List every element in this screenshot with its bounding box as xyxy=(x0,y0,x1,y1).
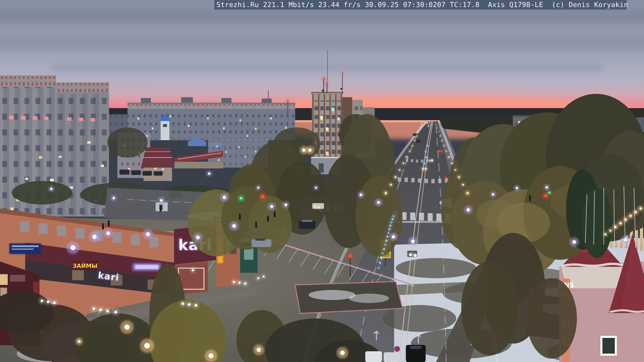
lamp xyxy=(516,187,518,189)
lit-window xyxy=(255,128,256,130)
lamp xyxy=(630,215,632,217)
lamp xyxy=(244,282,246,285)
lamp xyxy=(614,226,617,228)
zaimy-sign: ЗАЙМЫ xyxy=(72,261,98,270)
lit-window xyxy=(207,117,209,119)
lamp xyxy=(399,169,400,171)
lamp xyxy=(412,145,413,146)
lamp xyxy=(326,83,327,84)
lit-window xyxy=(320,116,323,120)
lamp xyxy=(389,229,390,230)
webcam-frame: ↑ ↑ ↰ ↱ xyxy=(0,0,644,362)
lamp xyxy=(439,150,440,152)
lamp xyxy=(411,240,415,243)
lamp xyxy=(425,168,427,170)
lamp xyxy=(360,193,362,196)
lamp xyxy=(624,218,627,221)
lamp xyxy=(422,121,423,122)
lamp xyxy=(451,163,453,164)
lit-shopwindow xyxy=(0,274,8,285)
lamp xyxy=(428,125,429,126)
lamp xyxy=(287,100,288,101)
lamp xyxy=(340,351,345,355)
lamp xyxy=(50,188,52,190)
lit-window xyxy=(170,115,171,117)
lit-window xyxy=(33,116,38,120)
flowerbed-left xyxy=(295,282,402,313)
lamp xyxy=(418,131,419,132)
lamp xyxy=(424,163,426,164)
lit-window xyxy=(21,116,26,120)
lamp xyxy=(377,201,380,204)
lamp xyxy=(146,232,150,236)
webcam-photo: ↑ ↑ ↰ ↱ xyxy=(0,0,644,362)
lamp xyxy=(393,216,394,217)
lit-window xyxy=(270,117,272,119)
lit-window xyxy=(245,156,246,158)
lamp xyxy=(196,236,200,239)
lamp xyxy=(435,121,436,122)
lamp xyxy=(240,197,242,200)
lamp xyxy=(302,148,306,152)
lamp xyxy=(436,124,436,125)
lamp xyxy=(462,184,464,186)
lamp xyxy=(182,302,184,305)
lit-window xyxy=(326,151,329,155)
lamp xyxy=(548,192,550,194)
lamp xyxy=(114,311,117,314)
lamp xyxy=(544,194,547,197)
lit-window xyxy=(218,159,220,161)
lamp xyxy=(40,300,43,302)
lamp xyxy=(444,145,444,146)
lamp xyxy=(112,197,115,199)
lamp xyxy=(208,172,210,175)
lamp xyxy=(194,304,197,307)
lamp xyxy=(238,282,241,284)
lamp xyxy=(390,225,391,226)
lamp xyxy=(392,235,395,239)
lamp xyxy=(604,233,606,235)
lit-window xyxy=(338,117,340,120)
lamp xyxy=(455,169,456,171)
lamp xyxy=(263,276,265,278)
lamp xyxy=(144,343,150,349)
lamp xyxy=(610,230,612,232)
pedestrian xyxy=(274,211,276,218)
lamp xyxy=(384,244,386,245)
lit-window xyxy=(67,117,72,121)
lit-window xyxy=(332,108,334,111)
lamp xyxy=(160,199,163,202)
lamp xyxy=(349,255,352,257)
lamp xyxy=(106,231,110,235)
lamp xyxy=(409,151,410,152)
lamp xyxy=(192,269,194,271)
lit-window xyxy=(285,127,287,129)
lit-window xyxy=(79,118,83,121)
lamp xyxy=(414,140,415,141)
lamp xyxy=(441,150,442,152)
lit-window xyxy=(90,118,95,121)
lamp xyxy=(458,176,460,178)
lamp xyxy=(386,240,387,241)
lamp xyxy=(384,248,385,250)
lit-window xyxy=(326,127,328,131)
lamp xyxy=(257,187,259,189)
lit-window xyxy=(10,207,14,210)
lamp xyxy=(394,176,396,178)
lamp xyxy=(387,236,388,237)
lamp xyxy=(406,156,407,158)
lit-window xyxy=(87,141,90,144)
lamp xyxy=(47,301,50,303)
lane-arrow: ↑ xyxy=(371,328,382,343)
lit-window xyxy=(44,117,48,120)
lamp xyxy=(438,131,439,132)
lit-window xyxy=(246,135,248,137)
svg-text:ЗАЙМЫ: ЗАЙМЫ xyxy=(72,263,98,269)
lamp xyxy=(323,78,325,80)
lamp xyxy=(208,353,214,358)
lamp xyxy=(270,205,273,208)
lit-window xyxy=(146,135,148,137)
lamp xyxy=(382,253,384,254)
lamp xyxy=(466,192,468,194)
lamp xyxy=(92,307,95,310)
